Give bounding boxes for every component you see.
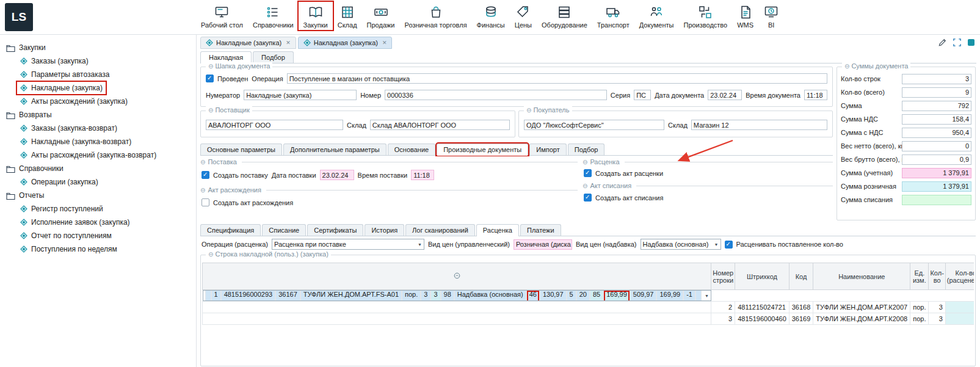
collapse-icon[interactable]: ⊖ <box>526 107 531 114</box>
cell[interactable]: 85 <box>590 290 603 301</box>
tree-item[interactable]: Исполнение заявок (закупка) <box>4 216 194 229</box>
table-row[interactable]: 2481121502472136168ТУФЛИ ЖЕН.ДОМ.АРТ.К20… <box>203 302 975 313</box>
collapse-icon[interactable]: ⊖ <box>208 63 213 70</box>
cell[interactable]: 5 <box>567 290 576 301</box>
numerator-input[interactable]: Накладные (закупка) <box>244 90 357 100</box>
cell[interactable]: 3 <box>430 290 440 301</box>
cell[interactable]: 3 <box>945 302 974 313</box>
tree-item[interactable]: Накладные (закупка) <box>4 81 194 95</box>
document-tab[interactable]: Накладные (закупка)✕ <box>200 37 296 49</box>
toolbar-item-list[interactable]: Справочники <box>248 2 299 30</box>
tab[interactable]: Лог сканирований <box>405 224 475 236</box>
cell[interactable]: 3 <box>945 313 974 325</box>
edit-pencil-icon[interactable] <box>938 38 947 47</box>
doc-date-input[interactable]: 23.02.24 <box>708 90 742 100</box>
collapse-icon[interactable]: ⊖ <box>208 107 213 114</box>
cell[interactable]: 130,97 <box>540 290 567 301</box>
tree-folder[interactable]: Отчеты <box>4 189 194 202</box>
toolbar-item-book[interactable]: Закупки <box>299 2 333 30</box>
collapse-icon[interactable]: ⊖ <box>844 63 849 70</box>
tree-item[interactable]: Заказы (закупка-возврат) <box>4 122 194 135</box>
postavka-date-input[interactable]: 23.02.24 <box>320 170 354 180</box>
toolbar-item-wms[interactable]: WMS <box>732 2 758 30</box>
cell[interactable]: 4811215024721 <box>735 302 789 313</box>
cell[interactable]: ТУФЛИ ЖЕН.ДОМ.АРТ.FS-A01 <box>300 290 402 301</box>
cell[interactable]: 36169 <box>789 313 813 325</box>
buyer-sklad-input[interactable]: Магазин 12 <box>691 120 827 130</box>
toolbar-item-documents[interactable]: Документы <box>634 2 679 30</box>
column-header[interactable]: Кол-во (расценено) <box>945 263 974 290</box>
vid-cen-nad-select[interactable]: Надбавка (основная) <box>641 239 721 250</box>
column-header[interactable]: Кол-во <box>929 263 945 290</box>
document-tab[interactable]: Накладная (закупка)✕ <box>298 37 393 49</box>
cell[interactable]: ТУФЛИ ЖЕН.ДОМ.АРТ.К2007 <box>813 302 910 313</box>
cell[interactable]: 36167 <box>275 290 300 301</box>
panel-icon[interactable] <box>967 38 975 46</box>
number-input[interactable]: 0000336 <box>385 90 607 100</box>
rascen-checkbox[interactable] <box>725 241 733 249</box>
cell[interactable]: 98 <box>441 290 454 301</box>
tree-item[interactable]: Акты расхождений (закупка) <box>4 95 194 108</box>
postavka-time-input[interactable]: 11:18 <box>411 170 434 180</box>
toolbar-item-finance[interactable]: Финансы <box>472 2 510 30</box>
table-row[interactable]: 3481519600046036169ТУФЛИ ЖЕН.ДОМ.АРТ.К20… <box>203 313 975 325</box>
tree-item[interactable]: Регистр поступлений <box>4 202 194 216</box>
toolbar-item-roznitsa[interactable]: Розничная торговля <box>400 2 472 30</box>
cell[interactable]: 509,97 <box>630 290 657 301</box>
row-indicator[interactable] <box>203 313 711 325</box>
column-header[interactable]: Ед. изм. <box>910 263 929 290</box>
column-header[interactable]: Номер строки <box>711 263 735 290</box>
tab[interactable]: Импорт <box>529 144 566 155</box>
column-header[interactable]: Наименование <box>813 263 910 290</box>
cell[interactable]: Надбавка (основная) <box>454 290 526 301</box>
close-icon[interactable]: ✕ <box>382 40 387 46</box>
toolbar-item-desktop[interactable]: Рабочий стол <box>196 2 248 30</box>
cell[interactable]: 1 <box>211 290 221 301</box>
create-akt-rash-checkbox[interactable] <box>201 198 209 206</box>
supplier-name-input[interactable]: АВАЛОНТОРГ ООО <box>206 120 343 130</box>
tree-folder[interactable]: Закупки <box>4 41 194 54</box>
tab[interactable]: Основание <box>388 144 435 155</box>
tab[interactable]: Платежи <box>520 224 561 236</box>
cell[interactable]: 3 <box>711 313 735 325</box>
cell[interactable]: пор. <box>910 302 929 313</box>
toolbar-item-prodazhi[interactable]: Продажи <box>362 2 400 30</box>
cell[interactable]: 2 <box>711 302 735 313</box>
collapse-icon[interactable]: ⊖ <box>208 251 213 258</box>
operation-input[interactable]: Поступление в магазин от поставщика <box>287 73 827 84</box>
tree-folder[interactable]: Справочники <box>4 162 194 175</box>
fullscreen-icon[interactable] <box>953 38 962 47</box>
doc-time-input[interactable]: 11:18 <box>804 90 827 100</box>
series-input[interactable]: ПС <box>634 90 651 100</box>
toolbar-item-sklad[interactable]: Склад <box>333 2 362 30</box>
table-row[interactable]: 1481519600029336167ТУФЛИ ЖЕН.ДОМ.АРТ.FS-… <box>203 290 711 301</box>
cell[interactable] <box>695 290 702 301</box>
collapse-icon[interactable]: ⊖ <box>583 183 587 189</box>
tab[interactable]: Подбор <box>253 51 294 63</box>
cell[interactable]: -1 <box>683 290 695 301</box>
tab[interactable]: Списание <box>262 224 306 236</box>
cell[interactable]: 46 <box>526 290 540 301</box>
toolbar-item-proizvodstvo[interactable]: Производство <box>678 2 732 30</box>
tree-item[interactable]: Отчет по поступлениям <box>4 229 194 242</box>
tab[interactable]: Производные документы <box>437 144 528 155</box>
tab[interactable]: Сертификаты <box>307 224 363 236</box>
proveden-checkbox[interactable] <box>206 74 214 82</box>
cell[interactable]: 169,99 <box>603 290 630 301</box>
column-header[interactable]: Штрихкод <box>735 263 789 290</box>
cell[interactable]: 169,99 <box>656 290 683 301</box>
cell[interactable]: 36168 <box>789 302 813 313</box>
cell[interactable]: 4815196000293 <box>221 290 276 301</box>
collapse-icon[interactable]: ⊖ <box>583 159 587 165</box>
tab[interactable]: Дополнительные параметры <box>283 144 387 155</box>
create-akt-spis-checkbox[interactable] <box>584 194 592 202</box>
tree-item[interactable]: Поступления по неделям <box>4 242 194 256</box>
tab[interactable]: Расценка <box>476 224 519 236</box>
tab[interactable]: Накладная <box>200 51 252 63</box>
tree-item[interactable]: Операции (закупка) <box>4 175 194 189</box>
cell[interactable]: 3 <box>929 302 945 313</box>
row-indicator[interactable] <box>203 302 711 313</box>
cell[interactable]: 20 <box>576 290 590 301</box>
vid-cen-upr-field[interactable]: Розничная (диска <box>514 239 572 250</box>
tree-item[interactable]: Заказы (закупка) <box>4 54 194 68</box>
